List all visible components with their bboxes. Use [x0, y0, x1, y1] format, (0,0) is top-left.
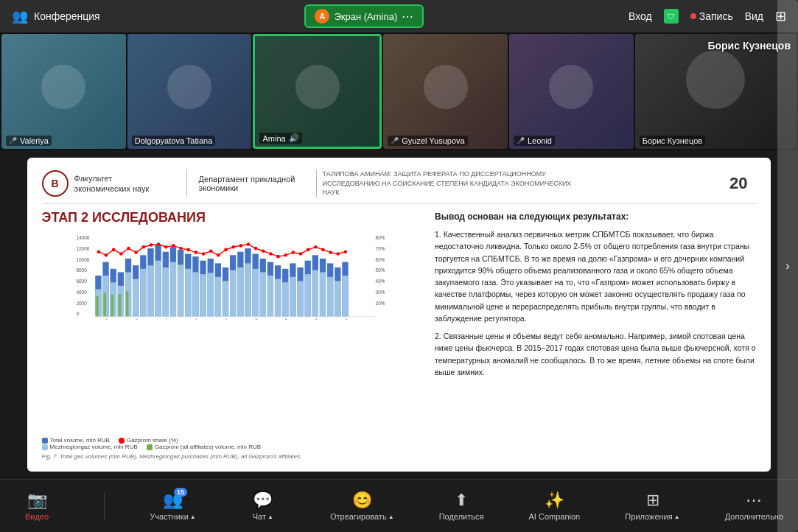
legend-dot-gazprom [119, 438, 125, 444]
paragraph-2: 2. Связанные цены и объемы ведут себя ан… [435, 330, 756, 378]
ai-companion-label: AI Companion [529, 512, 581, 521]
ai-companion-button[interactable]: ✨ AI Companion [529, 491, 581, 521]
chat-button[interactable]: 💬 Чат ▲ [241, 491, 285, 521]
legend-gazprom: Gazprom share (%) [119, 437, 178, 444]
screen-share-indicator[interactable]: A Экран (Amina) ⋯ [304, 4, 424, 28]
svg-rect-52 [230, 270, 236, 316]
next-tile-button[interactable]: › [777, 0, 798, 532]
react-button[interactable]: 😊 Отреагировать ▲ [330, 491, 394, 521]
svg-rect-66 [282, 282, 288, 316]
svg-rect-34 [162, 267, 168, 316]
svg-point-120 [336, 252, 340, 256]
legend-row-2: Mezhregiongaz volume, mln RUB Gazprom (a… [42, 444, 423, 450]
svg-text:30%: 30% [375, 290, 385, 295]
security-icon: 🛡 [664, 9, 679, 24]
university-logo: В [42, 170, 69, 197]
video-tile-gyuzel[interactable]: 🎤 Gyuzel Yusupova [383, 34, 508, 149]
top-bar: 👥 Конференция A Экран (Amina) ⋯ Вход 🛡 З… [0, 0, 798, 32]
svg-text:4000: 4000 [76, 290, 87, 295]
tile-name-gyuzel: 🎤 Gyuzel Yusupova [388, 136, 467, 146]
svg-point-104 [217, 253, 220, 257]
record-button[interactable]: Запись [690, 10, 733, 22]
chart-legend: Total volume, mln RUB Gazprom share (%) … [42, 437, 423, 450]
person-silhouette [41, 65, 85, 109]
participants-caret[interactable]: ▲ [190, 514, 196, 520]
svg-text:70%: 70% [375, 246, 385, 251]
login-button[interactable]: Вход [629, 10, 652, 22]
svg-point-110 [262, 249, 265, 253]
legend-dot-mezh [42, 444, 48, 450]
svg-rect-62 [267, 276, 273, 316]
svg-point-98 [172, 244, 175, 248]
share-button[interactable]: ⬆ Поделиться [439, 491, 484, 521]
video-tile-amina[interactable]: Amina 🔊 [253, 34, 382, 149]
ai-companion-icon: ✨ [545, 491, 564, 510]
svg-point-99 [179, 247, 183, 251]
svg-point-89 [104, 253, 108, 257]
mic-muted-icon: 🎤 [517, 137, 525, 144]
svg-rect-78 [327, 277, 333, 317]
person-silhouette [167, 65, 211, 109]
svg-text:Apr-17: Apr-17 [189, 318, 199, 320]
svg-point-119 [329, 251, 332, 254]
video-label: Видео [25, 512, 49, 521]
chat-caret[interactable]: ▲ [267, 514, 273, 520]
view-button[interactable]: Вид [745, 10, 763, 22]
svg-text:12000: 12000 [76, 246, 89, 251]
svg-rect-87 [125, 291, 128, 316]
svg-text:Jun-19: Jun-19 [338, 317, 349, 319]
tile-name-amina: Amina 🔊 [259, 133, 301, 144]
svg-point-97 [164, 245, 168, 249]
svg-point-107 [239, 244, 242, 248]
apps-caret[interactable]: ▲ [674, 514, 680, 520]
svg-point-94 [141, 245, 145, 249]
participants-count: 15 [174, 488, 187, 497]
video-tile-leonid[interactable]: 🎤 Leonid [509, 34, 634, 149]
participants-label: Участники [150, 512, 189, 521]
legend-dot-affiliates [147, 444, 153, 450]
svg-text:50%: 50% [375, 267, 385, 273]
apps-icon: ⊞ [646, 491, 659, 510]
slide-body: ЭТАП 2 ИССЛЕДОВАНИЯ 14000 12000 10000 80… [42, 210, 757, 460]
svg-rect-50 [222, 281, 228, 316]
svg-point-90 [111, 248, 115, 251]
svg-text:Apr-18: Apr-18 [248, 318, 259, 320]
legend-total: Total volume, mln RUB [42, 437, 110, 444]
top-bar-right: Вход 🛡 Запись Вид ⊞ [629, 8, 786, 24]
app-name: Конференция [34, 10, 100, 22]
svg-rect-32 [155, 260, 161, 316]
apps-button[interactable]: ⊞ Приложения ▲ [625, 491, 679, 521]
svg-text:6000: 6000 [76, 279, 87, 284]
chat-icon: 💬 [253, 491, 273, 510]
main-content: В Факультет экономических наук Департаме… [0, 150, 798, 479]
svg-text:40%: 40% [375, 279, 385, 284]
tile-name-boris: Борис Кузнецов [640, 136, 705, 146]
department-text: Департамент прикладной экономики [186, 169, 304, 197]
tile-name-leonid: 🎤 Leonid [514, 136, 555, 146]
svg-text:Apr-18: Apr-18 [308, 318, 318, 320]
video-tile-boris[interactable]: Борис Кузнецов Борис Кузнецов [635, 34, 797, 149]
video-tile-tatiana[interactable]: Dolgopyatova Tatiana [127, 34, 252, 149]
mic-muted-icon: 🎤 [391, 137, 399, 144]
video-tile-valeriya[interactable]: 🎤 Valeriya [1, 34, 126, 149]
person-silhouette [295, 65, 340, 109]
participants-button[interactable]: 👥 15 Участники ▲ [150, 491, 195, 521]
react-caret[interactable]: ▲ [388, 514, 394, 520]
svg-text:Oct-17: Oct-17 [158, 318, 169, 320]
person-silhouette [424, 65, 468, 109]
svg-text:80%: 80% [375, 235, 385, 240]
logo-block: В Факультет экономических наук [42, 169, 175, 197]
screen-options-icon[interactable]: ⋯ [402, 10, 413, 24]
video-button[interactable]: 📷 Видео [15, 491, 59, 521]
svg-point-103 [209, 249, 212, 253]
more-button[interactable]: ⋯ Дополнительно [725, 491, 783, 521]
svg-point-121 [343, 250, 347, 253]
svg-rect-83 [96, 295, 99, 316]
svg-rect-56 [245, 263, 251, 316]
svg-point-114 [291, 251, 295, 254]
svg-rect-68 [290, 277, 295, 317]
person-silhouette [549, 65, 593, 109]
svg-text:Apr-16: Apr-16 [128, 318, 139, 320]
title-bold: 2 [81, 210, 88, 225]
svg-point-92 [127, 247, 130, 251]
